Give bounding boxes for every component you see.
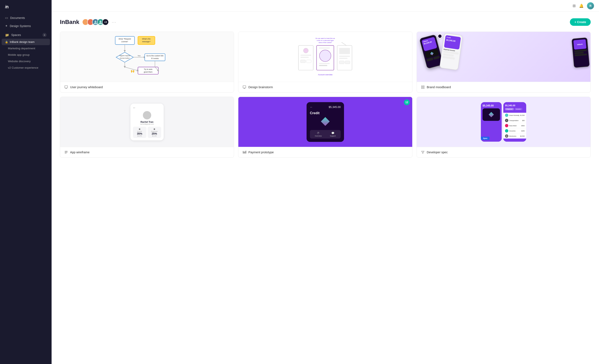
svg-rect-43 <box>339 48 350 54</box>
svg-rect-59 <box>246 151 246 154</box>
svg-rect-36 <box>306 60 311 63</box>
svg-text:Try to auto: Try to auto <box>144 68 152 70</box>
cards-grid: Show "Request License" What's the messag… <box>60 32 591 158</box>
svg-rect-57 <box>244 152 244 153</box>
sidebar-item-marketing-department[interactable]: Marketing department <box>0 45 52 52</box>
svg-text:a list or a carousel type: a list or a carousel type <box>317 40 334 41</box>
expenses-pct: 25% <box>149 132 160 135</box>
sidebar-item-label: Design Systems <box>10 24 31 28</box>
sidebar-item-design-systems[interactable]: ✦ Design Systems <box>0 22 52 30</box>
svg-rect-39 <box>319 63 330 64</box>
svg-rect-58 <box>245 151 246 154</box>
sidebar-item-mobile-app-group[interactable]: Mobile app group <box>0 52 52 58</box>
svg-rect-54 <box>65 152 68 152</box>
svg-text:license button: license button <box>120 57 130 59</box>
svg-point-3 <box>100 21 102 22</box>
design-systems-icon: ✦ <box>5 24 8 28</box>
svg-text:What's the: What's the <box>142 38 150 40</box>
app-logo: in <box>0 0 52 14</box>
svg-rect-34 <box>300 57 309 58</box>
back-arrow: ← <box>310 106 313 109</box>
whiteboard-diagram: Show "Request License" What's the messag… <box>60 32 234 82</box>
notification-badge: 12 <box>404 99 410 105</box>
wireframe-icon <box>64 150 68 154</box>
card-title: App wireframe <box>70 151 89 154</box>
card-app-wireframe[interactable]: ← Rachel Tran rachel@gmail.com ⊕ Income … <box>60 97 234 158</box>
card-preview-whiteboard: Show "Request License" What's the messag… <box>60 32 234 82</box>
space-label: Mobile app group <box>8 53 29 56</box>
svg-text:Account overview: Account overview <box>318 74 333 76</box>
add-space-button[interactable]: + <box>43 33 47 37</box>
more-options-icon[interactable]: ··· <box>112 20 116 25</box>
project-title: InBank <box>60 19 79 25</box>
svg-rect-47 <box>345 61 350 64</box>
content-area: InBank +3 ··· + Create <box>52 12 599 364</box>
spaces-folder-icon: 📁 <box>5 33 9 37</box>
svg-text:Yes: Yes <box>138 55 141 57</box>
spaces-label: Spaces <box>11 33 21 37</box>
svg-line-65 <box>423 151 424 153</box>
income-amount: $1,575 <box>134 135 145 137</box>
payment-card-label: Credit <box>310 111 341 115</box>
lock-icon: 🔒 <box>5 41 8 44</box>
card-developer-spec[interactable]: $5,345.00 Spec $5,345.00 <box>417 97 591 158</box>
payment-card-header: ← $5,345.00 <box>310 106 341 109</box>
svg-rect-52 <box>423 88 424 89</box>
svg-text:Show "Request: Show "Request <box>119 38 131 40</box>
space-label: Website discovery <box>8 60 31 63</box>
svg-rect-50 <box>423 86 424 87</box>
card-user-journey-whiteboard[interactable]: Show "Request License" What's the messag… <box>60 32 234 93</box>
card-design-brainstorm[interactable]: Do we want to treat this as a list or a … <box>238 32 412 93</box>
user-avatar-large <box>143 111 151 119</box>
card-brand-moodboard[interactable]: InBank $5,345.00 <box>417 32 591 93</box>
moodboard-icon <box>421 85 425 89</box>
card-title: Design brainstorm <box>248 86 273 89</box>
card-preview-payment: 12 ← $5,345.00 Credit ⏱ <box>238 97 412 147</box>
svg-text:view of the cards?: view of the cards? <box>319 42 332 44</box>
card-footer-wireframe: App wireframe <box>60 147 234 158</box>
space-label: Marketing department <box>8 47 35 50</box>
svg-point-61 <box>423 151 424 151</box>
prototype-icon <box>243 150 246 154</box>
app-screen-mockup: ← Rachel Tran rachel@gmail.com ⊕ Income … <box>130 104 164 140</box>
svg-text:Do we want to treat this as: Do we want to treat this as <box>316 37 335 39</box>
screen-user-email: rachel@gmail.com <box>133 123 161 125</box>
create-button[interactable]: + Create <box>570 18 591 26</box>
svg-text:grant them: grant them <box>144 71 152 73</box>
screen-user-name: Rachel Tran <box>133 121 161 123</box>
payment-card-mockup: ← $5,345.00 Credit ⏱ Overview <box>307 102 344 142</box>
brainstorm-diagram: Do we want to treat this as a list or a … <box>242 35 409 78</box>
svg-rect-41 <box>319 47 330 48</box>
notification-bell-icon[interactable]: 🔔 <box>579 4 584 8</box>
sidebar-item-website-discovery[interactable]: Website discovery <box>0 58 52 64</box>
expenses-label: Expenses <box>149 131 160 132</box>
user-avatar[interactable]: R <box>587 2 594 9</box>
extra-collaborators-count: +3 <box>102 19 109 25</box>
expenses-stat: ⊕ Expenses 25% $1,125 <box>148 127 161 138</box>
svg-rect-44 <box>339 56 350 57</box>
svg-text:if it exists: if it exists <box>151 57 159 60</box>
topbar: ⊞ 🔔 R <box>52 0 599 12</box>
expenses-amount: $1,125 <box>149 135 160 137</box>
svg-point-38 <box>319 50 331 61</box>
card-footer-moodboard: Brand moodboard <box>417 82 590 92</box>
main-content: ⊞ 🔔 R InBank +3 <box>52 0 599 364</box>
sidebar-item-documents[interactable]: ▭ Documents <box>0 14 52 22</box>
sidebar: in ▭ Documents ✦ Design Systems 📁 Spaces… <box>0 0 52 364</box>
svg-line-64 <box>422 151 423 153</box>
payment-amount: $5,345.00 <box>329 106 341 109</box>
card-payment-prototype[interactable]: 12 ← $5,345.00 Credit ⏱ <box>238 97 412 158</box>
grid-icon[interactable]: ⊞ <box>573 4 576 8</box>
devspec-icon <box>421 150 425 154</box>
svg-point-32 <box>303 48 308 53</box>
svg-point-62 <box>423 153 423 154</box>
spaces-section-header[interactable]: 📁 Spaces + <box>0 30 52 39</box>
sidebar-item-v2-customer-experience[interactable]: v2 Customer experience <box>0 64 52 71</box>
card-preview-brainstorm: Do we want to treat this as a list or a … <box>238 32 412 82</box>
sidebar-item-inbank-design-team[interactable]: 🔒 InBank design team <box>2 39 50 45</box>
svg-rect-33 <box>300 55 311 56</box>
card-preview-wireframe: ← Rachel Tran rachel@gmail.com ⊕ Income … <box>60 97 234 147</box>
income-stat: ⊕ Income 35% $1,575 <box>133 127 146 138</box>
document-icon: ▭ <box>5 16 8 20</box>
svg-point-60 <box>421 151 422 151</box>
